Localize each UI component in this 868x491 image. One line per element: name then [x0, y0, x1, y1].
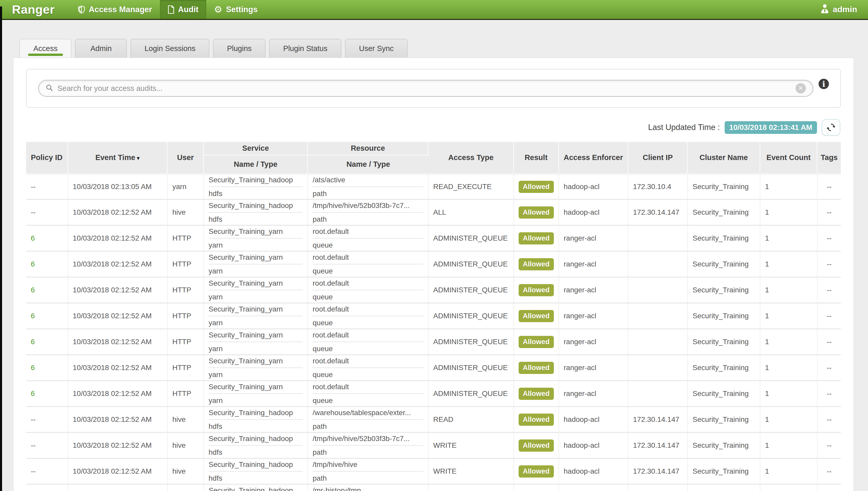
access-enforcer-value: ranger-acl [564, 260, 596, 268]
tab-plugins[interactable]: Plugins [213, 39, 266, 57]
nav-audit[interactable]: Audit [160, 0, 206, 19]
cell-policy-id [26, 485, 68, 491]
resource-type: path [313, 446, 424, 457]
cell-cluster-name [688, 485, 760, 491]
policy-id-value[interactable]: 6 [31, 234, 35, 242]
access-enforcer-value: hadoop-acl [564, 441, 600, 449]
resource-name: /tmp/hive/hive/52b03f3b-7c7... [313, 434, 424, 445]
resource-type: queue [313, 290, 424, 302]
policy-id-value[interactable]: 6 [31, 286, 35, 294]
cluster-name-value: Security_Training [692, 467, 749, 475]
top-navbar: Ranger Access Manager Audit ⚙ Settings a… [0, 0, 868, 20]
cell-access-type: ADMINISTER_QUEUE [429, 304, 514, 329]
result-badge: Allowed [519, 439, 554, 452]
cell-access-enforcer: ranger-acl [559, 329, 628, 355]
cell-access-enforcer: hadoop-acl [559, 174, 628, 200]
cell-event-count: 1 [760, 226, 817, 252]
cell-client-ip [628, 226, 688, 252]
client-ip-value: 172.30.14.147 [633, 208, 679, 216]
event-count-value: 1 [765, 364, 769, 372]
policy-id-value[interactable]: 6 [31, 389, 35, 398]
cell-access-type: WRITE [429, 433, 514, 459]
cell-event-time [68, 485, 168, 491]
cell-resource: root.default queue [308, 278, 429, 304]
cell-tags: -- [817, 226, 841, 252]
resource-type: queue [313, 238, 424, 250]
cell-cluster-name: Security_Training [688, 407, 760, 433]
cell-user: HTTP [168, 226, 204, 252]
policy-id-value: -- [31, 441, 36, 449]
refresh-icon [827, 123, 835, 132]
cluster-name-value: Security_Training [692, 389, 749, 398]
cell-user: HTTP [168, 252, 204, 278]
policy-id-value[interactable]: 6 [31, 364, 35, 372]
event-time-value: 10/03/2018 02:12:52 AM [73, 312, 152, 320]
col-header-result[interactable]: Result [514, 142, 559, 174]
clear-search-icon[interactable]: ✕ [796, 83, 806, 93]
cell-tags: -- [817, 278, 841, 304]
event-count-value: 1 [765, 441, 769, 449]
info-icon[interactable]: i [818, 79, 829, 89]
nav-access-manager[interactable]: Access Manager [70, 0, 160, 19]
audit-tabs: Access Admin Login Sessions Plugins Plug… [20, 38, 868, 57]
col-header-tags[interactable]: Tags [817, 142, 841, 174]
tab-label: Login Sessions [145, 44, 195, 53]
cell-event-time: 10/03/2018 02:12:52 AM [68, 355, 168, 381]
col-header-access-enforcer[interactable]: Access Enforcer [559, 142, 628, 174]
tab-user-sync[interactable]: User Sync [345, 39, 408, 57]
col-header-client-ip[interactable]: Client IP [628, 142, 688, 174]
cell-access-enforcer: ranger-acl [559, 226, 628, 252]
policy-id-value: -- [31, 182, 36, 191]
username-label: admin [833, 5, 857, 14]
tags-value: -- [827, 441, 832, 449]
tab-access[interactable]: Access [20, 39, 71, 57]
client-ip-value: 172.30.10.4 [633, 182, 671, 191]
col-header-event-time[interactable]: Event Time▾ [68, 142, 168, 174]
result-badge: Allowed [519, 362, 554, 374]
col-header-cluster-name[interactable]: Cluster Name [688, 142, 760, 174]
client-ip-value: 172.30.14.147 [633, 415, 679, 424]
cell-access-type: ADMINISTER_QUEUE [429, 329, 514, 355]
user-menu[interactable]: admin [809, 0, 868, 19]
access-enforcer-value: hadoop-acl [564, 467, 600, 475]
col-header-policy-id[interactable]: Policy ID [26, 142, 68, 174]
user-value: yarn [173, 182, 186, 191]
cell-cluster-name: Security_Training [688, 433, 760, 459]
col-header-event-count[interactable]: Event Count [760, 142, 817, 174]
tab-admin[interactable]: Admin [75, 39, 127, 57]
cell-user: hive [168, 433, 204, 459]
access-enforcer-value: ranger-acl [564, 338, 596, 346]
cell-event-time: 10/03/2018 02:12:52 AM [68, 329, 168, 355]
tab-label: User Sync [359, 44, 394, 53]
cell-access-type: ADMINISTER_QUEUE [429, 278, 514, 304]
cell-access-enforcer: ranger-acl [559, 304, 628, 329]
tags-value: -- [827, 208, 832, 216]
resource-name: root.default [313, 304, 424, 316]
col-header-user[interactable]: User [168, 142, 204, 174]
search-box[interactable]: ✕ [38, 80, 813, 97]
cell-policy-id: 6 [26, 381, 68, 407]
cell-tags: -- [817, 355, 841, 381]
search-section: ✕ i [26, 69, 841, 108]
event-count-value: 1 [765, 208, 769, 216]
service-name: Security_Training_yarn [209, 278, 303, 290]
policy-id-value[interactable]: 6 [31, 338, 35, 346]
access-type-value: ADMINISTER_QUEUE [433, 234, 508, 242]
access-type-value: WRITE [433, 467, 457, 475]
col-header-access-type[interactable]: Access Type [429, 142, 514, 174]
refresh-button[interactable] [822, 119, 840, 136]
service-type: hdfs [209, 187, 303, 199]
ranger-logo[interactable]: Ranger [12, 0, 55, 19]
tags-value: -- [827, 338, 832, 346]
cluster-name-value: Security_Training [692, 182, 749, 191]
search-input[interactable] [58, 84, 792, 93]
service-name: Security_Training_hadoop [209, 200, 303, 212]
policy-id-value[interactable]: 6 [31, 260, 35, 268]
resource-name: root.default [313, 356, 424, 368]
cell-policy-id: -- [26, 407, 68, 433]
tab-login-sessions[interactable]: Login Sessions [130, 39, 209, 57]
tab-plugin-status[interactable]: Plugin Status [269, 39, 341, 57]
nav-settings[interactable]: ⚙ Settings [206, 0, 266, 19]
policy-id-value[interactable]: 6 [31, 312, 35, 320]
user-value: HTTP [173, 389, 191, 398]
